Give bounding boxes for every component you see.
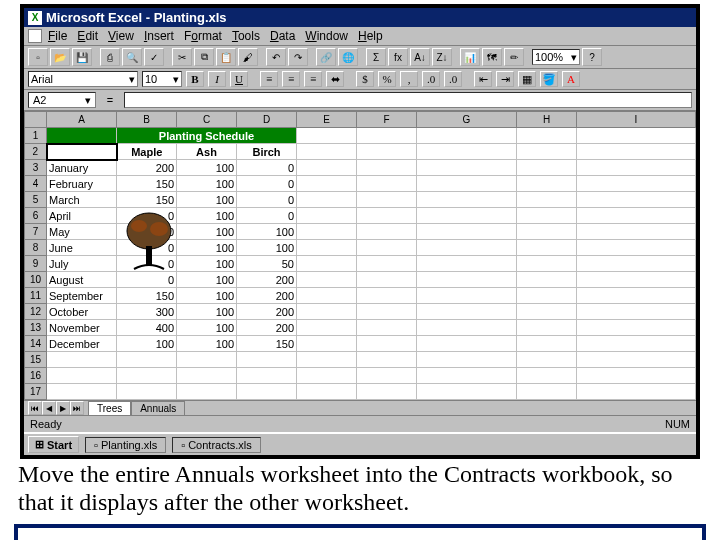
zoom-combo[interactable]: 100%▾ [532,49,580,65]
open-icon[interactable]: 📂 [50,48,70,66]
row-header[interactable]: 1 [25,128,47,144]
dec-decimal-icon[interactable]: .0 [444,71,462,87]
fill-icon[interactable]: 🪣 [540,71,558,87]
tab-annuals[interactable]: Annuals [131,401,185,415]
name-box[interactable]: A2▾ [28,92,96,108]
col-header[interactable]: I [577,112,696,128]
taskbar-item-planting[interactable]: ▫Planting.xls [85,437,166,453]
worksheet-area: A B C D E F G H I 1Planting Schedule 2Ma… [24,111,696,400]
menu-help[interactable]: Help [358,29,383,43]
row-header[interactable]: 9 [25,256,47,272]
save-icon[interactable]: 💾 [72,48,92,66]
col-header[interactable]: E [297,112,357,128]
row-header[interactable]: 7 [25,224,47,240]
row-header[interactable]: 2 [25,144,47,160]
sort-desc-icon[interactable]: Z↓ [432,48,452,66]
col-header[interactable]: A [47,112,117,128]
paint-icon[interactable]: 🖌 [238,48,258,66]
copy-icon[interactable]: ⧉ [194,48,214,66]
menu-data[interactable]: Data [270,29,295,43]
status-bar: Ready NUM [24,415,696,432]
menu-tools[interactable]: Tools [232,29,260,43]
row-header[interactable]: 8 [25,240,47,256]
font-color-icon[interactable]: A [562,71,580,87]
row-header[interactable]: 10 [25,272,47,288]
menu-file[interactable]: File [48,29,67,43]
row-header[interactable]: 16 [25,368,47,384]
col-header[interactable]: H [517,112,577,128]
tab-last-icon[interactable]: ⏭ [70,401,84,415]
indent-dec-icon[interactable]: ⇤ [474,71,492,87]
taskbar: ⊞Start ▫Planting.xls ▫Contracts.xls [24,432,696,455]
select-all-corner[interactable] [25,112,47,128]
excel-icon: X [28,11,42,25]
sum-icon[interactable]: Σ [366,48,386,66]
answer-box: Ans: Select Annuals-----Edit menu -----C… [14,524,706,540]
menu-insert[interactable]: Insert [144,29,174,43]
map-icon[interactable]: 🗺 [482,48,502,66]
row-header[interactable]: 4 [25,176,47,192]
status-num: NUM [665,418,690,430]
row-header[interactable]: 5 [25,192,47,208]
row-header[interactable]: 3 [25,160,47,176]
start-button[interactable]: ⊞Start [28,436,79,453]
paste-icon[interactable]: 📋 [216,48,236,66]
border-icon[interactable]: ▦ [518,71,536,87]
indent-inc-icon[interactable]: ⇥ [496,71,514,87]
chevron-down-icon: ▾ [129,73,135,86]
preview-icon[interactable]: 🔍 [122,48,142,66]
row-header[interactable]: 12 [25,304,47,320]
print-icon[interactable]: ⎙ [100,48,120,66]
currency-icon[interactable]: $ [356,71,374,87]
new-icon[interactable]: ▫ [28,48,48,66]
menu-view[interactable]: View [108,29,134,43]
windows-icon: ⊞ [35,438,44,451]
row-header[interactable]: 13 [25,320,47,336]
row-header[interactable]: 14 [25,336,47,352]
menu-format[interactable]: Format [184,29,222,43]
link-icon[interactable]: 🔗 [316,48,336,66]
percent-icon[interactable]: % [378,71,396,87]
draw-icon[interactable]: ✏ [504,48,524,66]
comma-icon[interactable]: , [400,71,418,87]
col-header[interactable]: C [177,112,237,128]
italic-button[interactable]: I [208,71,226,87]
help-icon[interactable]: ? [582,48,602,66]
menu-edit[interactable]: Edit [77,29,98,43]
formula-input[interactable] [124,92,692,108]
sheet-tabs: ⏮ ◀ ▶ ⏭ Trees Annuals [24,400,696,415]
fontsize-combo[interactable]: 10▾ [142,71,182,87]
menu-window[interactable]: Window [305,29,348,43]
align-left-icon[interactable]: ≡ [260,71,278,87]
col-header[interactable]: B [117,112,177,128]
col-header[interactable]: G [417,112,517,128]
fx-icon[interactable]: fx [388,48,408,66]
row-header[interactable]: 11 [25,288,47,304]
tab-trees[interactable]: Trees [88,401,131,415]
redo-icon[interactable]: ↷ [288,48,308,66]
align-center-icon[interactable]: ≡ [282,71,300,87]
cut-icon[interactable]: ✂ [172,48,192,66]
align-right-icon[interactable]: ≡ [304,71,322,87]
tab-next-icon[interactable]: ▶ [56,401,70,415]
excel-window: X Microsoft Excel - Planting.xls File Ed… [20,4,700,459]
spell-icon[interactable]: ✓ [144,48,164,66]
inc-decimal-icon[interactable]: .0 [422,71,440,87]
bold-button[interactable]: B [186,71,204,87]
row-header[interactable]: 15 [25,352,47,368]
row-header[interactable]: 6 [25,208,47,224]
undo-icon[interactable]: ↶ [266,48,286,66]
col-header[interactable]: D [237,112,297,128]
svg-rect-3 [146,246,152,266]
tab-prev-icon[interactable]: ◀ [42,401,56,415]
tab-first-icon[interactable]: ⏮ [28,401,42,415]
taskbar-item-contracts[interactable]: ▫Contracts.xls [172,437,260,453]
chart-icon[interactable]: 📊 [460,48,480,66]
sort-asc-icon[interactable]: A↓ [410,48,430,66]
col-header[interactable]: F [357,112,417,128]
web-icon[interactable]: 🌐 [338,48,358,66]
underline-button[interactable]: U [230,71,248,87]
font-combo[interactable]: Arial▾ [28,71,138,87]
merge-icon[interactable]: ⬌ [326,71,344,87]
row-header[interactable]: 17 [25,384,47,400]
